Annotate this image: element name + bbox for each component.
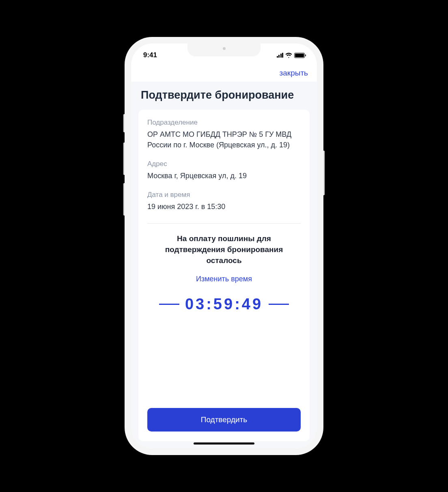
field-department-label: Подразделение: [147, 119, 301, 127]
screen: 9:41 закрыть Подтвердите бронирование: [131, 43, 317, 449]
field-address: Адрес Москва г, Ярцевская ул, д. 19: [147, 160, 301, 181]
timer-row: 03:59:49: [147, 296, 301, 313]
confirm-button[interactable]: Подтвердить: [147, 408, 301, 432]
phone-frame: 9:41 закрыть Подтвердите бронирование: [125, 37, 323, 455]
notch: [187, 43, 261, 56]
wifi-icon: [285, 53, 292, 58]
timer-line-left: [159, 304, 179, 305]
booking-card: Подразделение ОР АМТС МО ГИБДД ТНРЭР № 5…: [138, 110, 310, 441]
power-button-edge: [323, 151, 325, 195]
field-datetime-value: 19 июня 2023 г. в 15:30: [147, 201, 301, 212]
close-button[interactable]: закрыть: [280, 69, 308, 78]
field-datetime-label: Дата и время: [147, 191, 301, 199]
countdown-message: На оплату пошлины для подтверждения брон…: [147, 233, 301, 266]
nav-bar: закрыть: [131, 64, 317, 82]
field-department: Подразделение ОР АМТС МО ГИБДД ТНРЭР № 5…: [147, 119, 301, 150]
timer-line-right: [269, 304, 289, 305]
divider: [147, 223, 301, 224]
page-title: Подтвердите бронирование: [138, 82, 310, 110]
field-address-label: Адрес: [147, 160, 301, 168]
field-address-value: Москва г, Ярцевская ул, д. 19: [147, 170, 301, 181]
home-indicator[interactable]: [194, 442, 254, 445]
status-icons: [277, 53, 305, 58]
field-department-value: ОР АМТС МО ГИБДД ТНРЭР № 5 ГУ МВД России…: [147, 129, 301, 150]
cellular-signal-icon: [277, 53, 284, 58]
change-time-link[interactable]: Изменить время: [147, 275, 301, 283]
camera-dot: [223, 47, 226, 50]
timer-value: 03:59:49: [185, 296, 263, 313]
status-time: 9:41: [143, 51, 157, 59]
field-datetime: Дата и время 19 июня 2023 г. в 15:30: [147, 191, 301, 212]
content-area: Подтвердите бронирование Подразделение О…: [131, 82, 317, 449]
battery-icon: [294, 53, 305, 58]
